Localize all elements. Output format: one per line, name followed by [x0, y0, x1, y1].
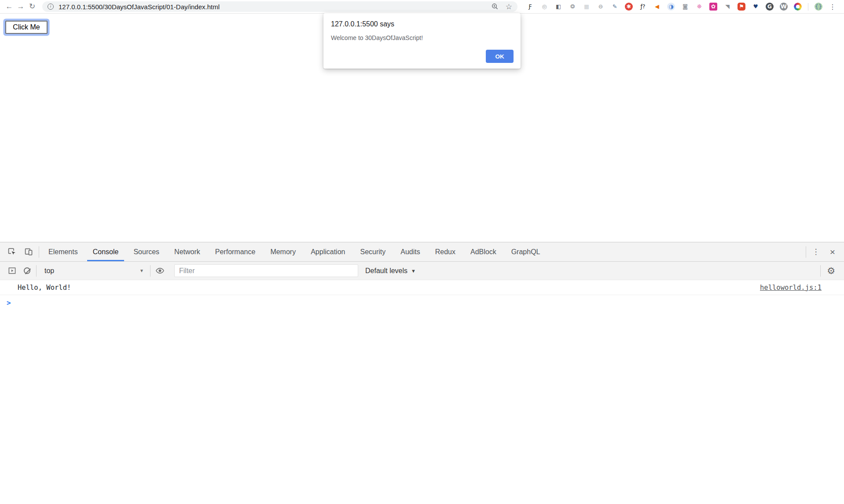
- tab-application[interactable]: Application: [303, 242, 352, 261]
- page-content: Click Me 127.0.0.1:5500 says Welcome to …: [0, 14, 844, 242]
- chevron-down-icon: ▼: [411, 268, 416, 274]
- console-toolbar: top ▼ Default levels ▼ ⚙: [0, 262, 844, 280]
- corner-arrow-extension-icon[interactable]: ◥: [723, 3, 731, 11]
- console-message-text: Hello, World!: [18, 284, 71, 292]
- w-circle-extension-icon[interactable]: W: [780, 3, 788, 11]
- tab-memory[interactable]: Memory: [263, 242, 303, 261]
- camera-extension-icon[interactable]: ◙: [681, 3, 689, 11]
- device-toolbar-icon[interactable]: [20, 242, 37, 261]
- swirl-extension-icon[interactable]: ◑: [667, 3, 675, 11]
- console-message-source-link[interactable]: helloworld.js:1: [760, 284, 822, 292]
- f-question-extension-icon[interactable]: ƒ?: [639, 3, 647, 11]
- divider: [39, 246, 39, 258]
- console-message-row: Hello, World! helloworld.js:1: [0, 280, 844, 295]
- alert-ok-button[interactable]: OK: [486, 50, 514, 63]
- bookmark-star-icon[interactable]: ☆: [506, 2, 512, 11]
- split-panels-extension-icon[interactable]: ◧: [554, 3, 562, 11]
- devtools-close-icon[interactable]: ×: [824, 242, 841, 261]
- g-circle-extension-icon[interactable]: G: [766, 3, 774, 11]
- megaphone-extension-icon[interactable]: ◀: [653, 3, 661, 11]
- divider: [150, 265, 150, 277]
- browser-menu-icon[interactable]: ⋮: [829, 3, 837, 11]
- console-sidebar-icon[interactable]: [4, 267, 19, 275]
- bookmark-extension-icon[interactable]: ⚑: [738, 3, 745, 11]
- tab-console[interactable]: Console: [85, 242, 126, 261]
- devtools-tabbar: ElementsConsoleSourcesNetworkPerformance…: [0, 242, 844, 262]
- alert-message: Welcome to 30DaysOfJavaScript!: [331, 34, 423, 41]
- log-levels-select[interactable]: Default levels ▼: [365, 267, 416, 275]
- forward-icon[interactable]: →: [15, 0, 26, 13]
- gear-square-extension-icon[interactable]: ✿: [709, 3, 717, 11]
- url-text[interactable]: 127.0.0.1:5500/30DaysOfJavaScript/01-Day…: [59, 3, 484, 11]
- alert-title: 127.0.0.1:5500 says: [331, 20, 394, 28]
- alert-dialog: 127.0.0.1:5500 says Welcome to 30DaysOfJ…: [323, 13, 521, 69]
- bug-extension-icon[interactable]: ❂: [569, 3, 576, 11]
- grid-extension-icon[interactable]: ▦: [583, 3, 591, 11]
- click-me-button[interactable]: Click Me: [5, 21, 48, 34]
- fonts-ninja-extension-icon[interactable]: Ƒ: [526, 3, 534, 11]
- inspect-element-icon[interactable]: [4, 242, 20, 261]
- tab-audits[interactable]: Audits: [393, 242, 427, 261]
- back-icon[interactable]: ←: [4, 0, 15, 13]
- context-label: top: [44, 267, 54, 275]
- divider: [36, 265, 37, 277]
- tab-graphql[interactable]: GraphQL: [504, 242, 548, 261]
- filter-input[interactable]: [174, 264, 358, 277]
- dash-circle-extension-icon[interactable]: ⊖: [597, 3, 605, 11]
- color-ring-extension-icon[interactable]: [794, 3, 802, 11]
- eyedropper-extension-icon[interactable]: ✎: [611, 3, 619, 11]
- divider: [820, 265, 821, 277]
- divider: [806, 246, 806, 258]
- zoom-icon[interactable]: [491, 3, 499, 11]
- heart-search-extension-icon[interactable]: ♥: [752, 3, 760, 11]
- stop-hand-extension-icon[interactable]: ✱: [625, 3, 633, 11]
- reload-icon[interactable]: ↻: [26, 0, 38, 13]
- javascript-context-select[interactable]: top ▼: [38, 262, 148, 280]
- devtools-tabs: ElementsConsoleSourcesNetworkPerformance…: [41, 242, 547, 261]
- lens-extension-icon[interactable]: ◎: [540, 3, 548, 11]
- browser-window: ← → ↻ i 127.0.0.1:5500/30DaysOfJavaScrip…: [0, 0, 844, 504]
- devtools-panel: ElementsConsoleSourcesNetworkPerformance…: [0, 242, 844, 504]
- site-info-icon[interactable]: i: [48, 4, 54, 10]
- clear-console-icon[interactable]: [19, 267, 34, 274]
- log-levels-label: Default levels: [365, 267, 407, 275]
- extensions-strip: Ƒ◎◧❂▦⊖✎✱ƒ?◀◑◙❊✿◥⚑♥GW{}: [526, 3, 822, 11]
- tab-sources[interactable]: Sources: [126, 242, 167, 261]
- live-expression-eye-icon[interactable]: [152, 266, 167, 275]
- json-braces-extension-icon[interactable]: {}: [815, 3, 822, 11]
- tab-adblock[interactable]: AdBlock: [463, 242, 504, 261]
- tab-security[interactable]: Security: [352, 242, 393, 261]
- prompt-chevron-icon: >: [7, 299, 11, 307]
- browser-toolbar: ← → ↻ i 127.0.0.1:5500/30DaysOfJavaScrip…: [0, 0, 844, 14]
- tab-redux[interactable]: Redux: [428, 242, 463, 261]
- chevron-down-icon: ▼: [139, 268, 144, 273]
- tab-network[interactable]: Network: [167, 242, 208, 261]
- console-log: Hello, World! helloworld.js:1: [0, 280, 844, 295]
- tab-performance[interactable]: Performance: [208, 242, 263, 261]
- address-bar[interactable]: i 127.0.0.1:5500/30DaysOfJavaScript/01-D…: [42, 1, 517, 12]
- graphql-atom-extension-icon[interactable]: ❊: [695, 3, 703, 11]
- settings-gear-icon[interactable]: ⚙: [827, 266, 835, 276]
- divider: [808, 3, 808, 11]
- console-prompt[interactable]: >: [0, 295, 844, 310]
- devtools-menu-icon[interactable]: ⋮: [808, 242, 824, 261]
- tab-elements[interactable]: Elements: [41, 242, 85, 261]
